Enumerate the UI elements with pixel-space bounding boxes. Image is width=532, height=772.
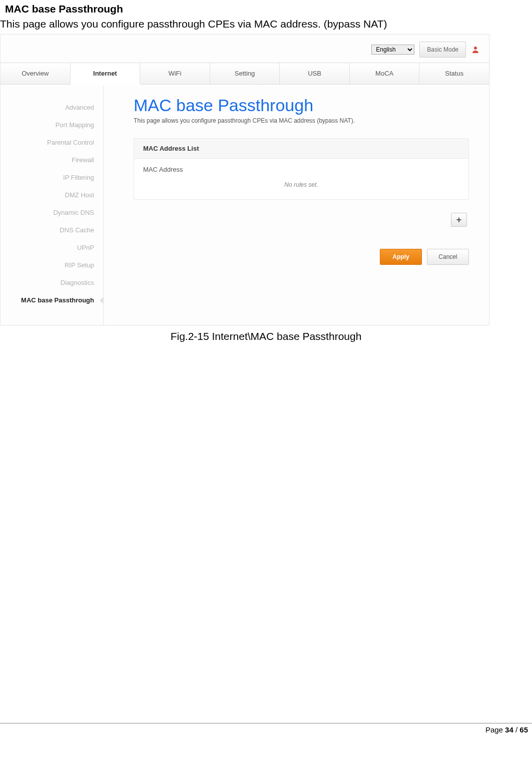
figure-caption: Fig.2-15 Internet\MAC base Passthrough xyxy=(0,325,532,342)
logout-icon[interactable] xyxy=(471,45,480,54)
page-total: 65 xyxy=(519,725,528,734)
doc-section-title: MAC base Passthrough xyxy=(5,3,527,15)
sidebar-item-port-mapping[interactable]: Port Mapping xyxy=(1,116,103,134)
page-current: 34 xyxy=(505,725,513,734)
tab-wifi[interactable]: WiFi xyxy=(140,63,210,84)
sidebar-item-mac-base-passthrough[interactable]: MAC base Passthrough xyxy=(1,291,103,309)
sidebar-item-advanced[interactable]: Advanced xyxy=(1,99,103,116)
doc-section-text: This page allows you configure passthrou… xyxy=(0,16,532,34)
basic-mode-button[interactable]: Basic Mode xyxy=(419,42,466,58)
svg-point-0 xyxy=(474,47,477,50)
sidebar-item-ip-filtering[interactable]: IP Filtering xyxy=(1,169,103,186)
sidebar-item-rip-setup[interactable]: RIP Setup xyxy=(1,256,103,274)
page-heading: MAC base Passthrough xyxy=(134,96,469,115)
tab-setting[interactable]: Setting xyxy=(210,63,280,84)
apply-button[interactable]: Apply xyxy=(380,249,422,265)
sidebar: Advanced Port Mapping Parental Control F… xyxy=(1,85,103,325)
page-label-prefix: Page xyxy=(485,725,505,734)
router-ui-screenshot: English Basic Mode Overview Internet WiF… xyxy=(0,34,489,325)
cancel-button[interactable]: Cancel xyxy=(427,249,469,265)
sidebar-item-upnp[interactable]: UPnP xyxy=(1,239,103,256)
tab-overview[interactable]: Overview xyxy=(1,63,71,84)
page-description: This page allows you configure passthrou… xyxy=(134,117,469,124)
sidebar-item-firewall[interactable]: Firewall xyxy=(1,151,103,169)
top-bar: English Basic Mode xyxy=(1,35,489,63)
sidebar-item-dns-cache[interactable]: DNS Cache xyxy=(1,221,103,239)
column-label-mac-address: MAC Address xyxy=(143,166,459,173)
sidebar-item-parental-control[interactable]: Parental Control xyxy=(1,134,103,151)
sidebar-item-dmz-host[interactable]: DMZ Host xyxy=(1,186,103,204)
tab-usb[interactable]: USB xyxy=(280,63,350,84)
tab-status[interactable]: Status xyxy=(419,63,489,84)
tab-internet[interactable]: Internet xyxy=(71,63,141,84)
content-area: MAC base Passthrough This page allows yo… xyxy=(103,85,489,325)
add-rule-button[interactable]: + xyxy=(451,213,467,227)
page-footer: Page 34 / 65 xyxy=(0,723,532,739)
sidebar-item-dynamic-dns[interactable]: Dynamic DNS xyxy=(1,204,103,221)
page-sep: / xyxy=(513,725,520,734)
language-select[interactable]: English xyxy=(371,45,414,55)
tab-moca[interactable]: MoCA xyxy=(350,63,420,84)
empty-state-text: No rules set. xyxy=(143,178,459,197)
panel-title: MAC Address List xyxy=(134,139,468,159)
mac-address-list-panel: MAC Address List MAC Address No rules se… xyxy=(134,138,469,200)
main-nav-tabs: Overview Internet WiFi Setting USB MoCA … xyxy=(1,63,489,85)
plus-icon: + xyxy=(456,215,462,225)
sidebar-item-diagnostics[interactable]: Diagnostics xyxy=(1,274,103,291)
